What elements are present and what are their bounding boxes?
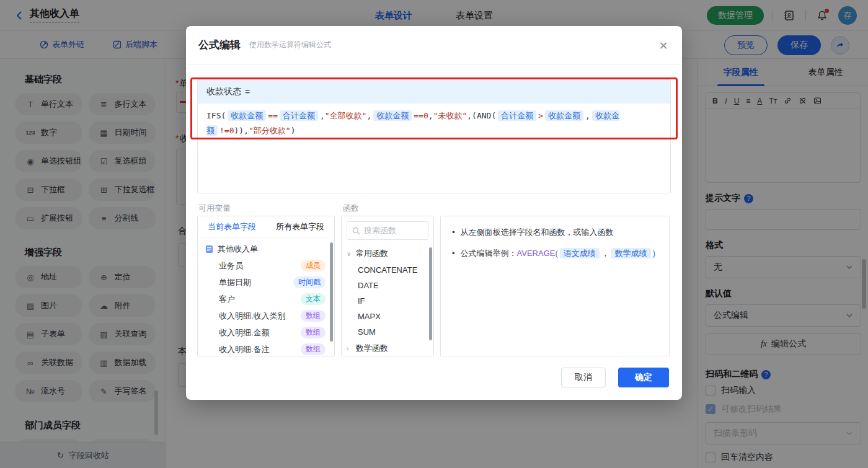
variable-name: 收入明细.收入类别 bbox=[219, 311, 286, 322]
formula-token: == bbox=[268, 111, 278, 120]
variables-tree-root[interactable]: 其他收入单 bbox=[198, 237, 334, 257]
formula-token: ,(AND( bbox=[467, 111, 496, 120]
formula-target-field: 收款状态 bbox=[206, 86, 241, 97]
help-tip-2: • 公式编辑举例：AVERAGE(语文成绩，数学成绩) bbox=[452, 247, 658, 260]
example-prefix: 公式编辑举例： bbox=[461, 249, 517, 258]
formula-token: )), bbox=[234, 126, 248, 135]
function-item[interactable]: IF bbox=[342, 293, 433, 309]
field-chip: 收款金额 bbox=[545, 110, 583, 121]
formula-token: , bbox=[320, 111, 325, 120]
type-badge: 数组 bbox=[301, 343, 326, 355]
function-group-common[interactable]: ∨ 常用函数 bbox=[342, 245, 433, 262]
function-item[interactable]: SUM bbox=[342, 324, 433, 340]
type-badge: 时间戳 bbox=[293, 276, 326, 288]
example-comma: ， bbox=[601, 249, 609, 258]
tab-all-form-fields[interactable]: 所有表单字段 bbox=[266, 221, 334, 232]
variable-name: 收入明细.备注 bbox=[219, 344, 270, 355]
field-chip: 数学成绩 bbox=[611, 248, 651, 258]
formula-token: IFS( bbox=[206, 111, 226, 120]
formula-token: , bbox=[428, 111, 433, 120]
tip-text: 从左侧面板选择字段名和函数，或输入函数 bbox=[461, 226, 614, 239]
formula-token: ==0 bbox=[414, 111, 428, 120]
field-chip: 收款金额 bbox=[228, 110, 266, 121]
type-badge: 数组 bbox=[301, 327, 326, 338]
form-doc-icon bbox=[205, 245, 213, 254]
type-badge: 文本 bbox=[301, 293, 326, 305]
function-item[interactable]: CONCATENATE bbox=[342, 262, 433, 278]
functions-label: 函数 bbox=[343, 203, 359, 214]
variable-row[interactable]: 客户 文本 bbox=[198, 291, 334, 307]
field-chip: 语文成绩 bbox=[560, 248, 600, 258]
function-item[interactable]: DATE bbox=[342, 278, 433, 293]
group-label: 常用函数 bbox=[356, 248, 388, 259]
example-function: AVERAGE( bbox=[517, 249, 558, 258]
function-group-math[interactable]: › 数学函数 bbox=[342, 340, 433, 356]
functions-scrollbar[interactable] bbox=[429, 247, 432, 340]
formula-token: ) bbox=[291, 126, 296, 135]
variable-row[interactable]: 收入明细.备注 数组 bbox=[198, 341, 334, 356]
function-item[interactable]: MAPX bbox=[342, 309, 433, 324]
variables-scrollbar[interactable] bbox=[330, 242, 333, 342]
cancel-button[interactable]: 取消 bbox=[561, 368, 606, 387]
group-label: 数学函数 bbox=[356, 343, 388, 354]
formula-expression[interactable]: IFS(收款金额==合计金额,"全部收款",收款金额==0,"未收款",(AND… bbox=[198, 104, 670, 143]
variable-row[interactable]: 业务员 成员 bbox=[198, 257, 334, 274]
modal-title: 公式编辑 bbox=[198, 38, 241, 52]
field-chip: 合计金额 bbox=[498, 110, 536, 121]
variables-label: 可用变量 bbox=[198, 203, 231, 214]
formula-token: > bbox=[538, 111, 543, 120]
variable-name: 收入明细.金额 bbox=[219, 327, 270, 338]
type-badge: 数组 bbox=[301, 310, 326, 322]
search-icon bbox=[352, 227, 360, 235]
variable-row[interactable]: 收入明细.收入类别 数组 bbox=[198, 307, 334, 324]
equals-sign: = bbox=[245, 87, 250, 97]
close-icon[interactable]: ✕ bbox=[657, 40, 670, 52]
tip-text: 公式编辑举例：AVERAGE(语文成绩，数学成绩) bbox=[461, 247, 656, 260]
formula-edit-modal: 公式编辑 使用数学运算符编辑公式 ✕ 收款状态 = IFS(收款金额==合计金额… bbox=[186, 26, 682, 400]
tab-current-form-fields[interactable]: 当前表单字段 bbox=[198, 221, 266, 232]
functions-panel: 搜索函数 ∨ 常用函数 CONCATENATE DATE IF MAPX SUM… bbox=[341, 216, 434, 356]
formula-token: , bbox=[366, 111, 371, 120]
formula-target-row: 收款状态 = bbox=[198, 80, 670, 104]
modal-subtitle: 使用数学运算符编辑公式 bbox=[249, 40, 331, 50]
example-close-paren: ) bbox=[653, 249, 655, 258]
tree-root-label: 其他收入单 bbox=[218, 244, 258, 255]
formula-token: !=0 bbox=[219, 126, 234, 135]
bullet-icon: • bbox=[452, 247, 455, 260]
formula-token: "未收款" bbox=[433, 111, 467, 120]
help-panel: • 从左侧面板选择字段名和函数，或输入函数 • 公式编辑举例：AVERAGE(语… bbox=[440, 216, 670, 356]
field-chip: 合计金额 bbox=[280, 110, 318, 121]
help-tip-1: • 从左侧面板选择字段名和函数，或输入函数 bbox=[452, 226, 658, 239]
variable-name: 单据日期 bbox=[219, 277, 251, 288]
variable-row[interactable]: 收入明细.金额 数组 bbox=[198, 324, 334, 341]
variable-name: 业务员 bbox=[219, 260, 243, 272]
formula-token: "全部收款" bbox=[325, 111, 367, 120]
variables-tabs: 当前表单字段 所有表单字段 bbox=[198, 216, 334, 237]
formula-token: , bbox=[585, 111, 590, 120]
variable-name: 客户 bbox=[219, 294, 235, 305]
search-placeholder: 搜索函数 bbox=[364, 225, 396, 236]
bullet-icon: • bbox=[452, 226, 455, 239]
modal-header: 公式编辑 使用数学运算符编辑公式 ✕ bbox=[186, 26, 682, 64]
variables-panel: 当前表单字段 所有表单字段 其他收入单 业务员 成员 单据日期 时间戳 客户 文… bbox=[197, 216, 335, 356]
field-chip: 收款金额 bbox=[373, 110, 412, 121]
formula-editor[interactable]: 收款状态 = IFS(收款金额==合计金额,"全部收款",收款金额==0,"未收… bbox=[197, 79, 671, 193]
type-badge: 成员 bbox=[301, 260, 326, 272]
chevron-right-icon: › bbox=[347, 345, 353, 352]
chevron-down-icon: ∨ bbox=[347, 250, 353, 257]
variable-row[interactable]: 单据日期 时间戳 bbox=[198, 274, 334, 291]
formula-token: "部分收款" bbox=[249, 126, 291, 135]
function-search-input[interactable]: 搜索函数 bbox=[347, 221, 428, 240]
confirm-button[interactable]: 确定 bbox=[618, 368, 669, 387]
